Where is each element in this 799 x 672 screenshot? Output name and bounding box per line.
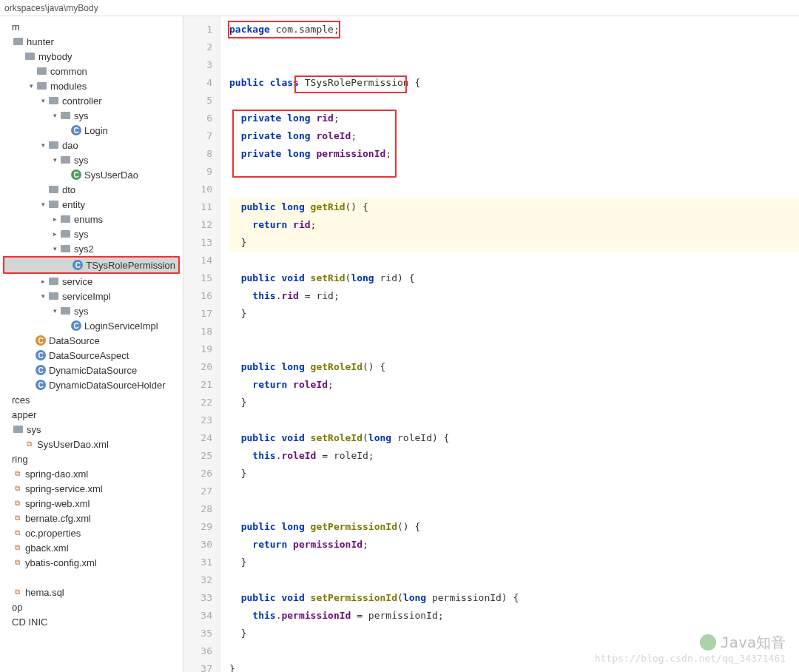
tree-item[interactable]: ⧉hema.sql (0, 585, 183, 599)
tree-item[interactable]: CD INIC (0, 614, 183, 629)
tree-item[interactable]: mybody (0, 49, 183, 64)
class-icon: C (71, 169, 81, 180)
code-line[interactable]: public void setRoleId(long roleId) { (229, 429, 799, 447)
tree-item[interactable]: ▾entity (0, 197, 183, 212)
code-line[interactable]: } (229, 394, 799, 411)
tree-item[interactable]: ⧉spring-dao.xml (0, 466, 183, 481)
code-line[interactable] (229, 38, 799, 56)
code-line[interactable] (229, 323, 799, 340)
tree-item[interactable]: ▾sys (0, 303, 183, 318)
tree-item[interactable]: CLogin (0, 123, 183, 138)
code-line[interactable] (229, 252, 799, 269)
tree-item[interactable]: ▾serviceImpl (0, 289, 183, 303)
tree-item[interactable]: CDynamicDataSource (0, 363, 183, 377)
tree-item[interactable]: common (0, 64, 183, 78)
code-line[interactable] (229, 500, 799, 518)
tree-item[interactable]: ⧉ybatis-config.xml (0, 555, 183, 570)
expand-arrow-icon[interactable]: ▾ (38, 292, 47, 300)
tree-item[interactable]: CTSysRolePermission (4, 258, 178, 272)
tree-item[interactable] (0, 570, 183, 585)
tree-item[interactable]: ▾sys2 (0, 241, 183, 256)
code-line[interactable] (229, 483, 799, 500)
tree-item[interactable]: CSysUserDao (0, 167, 183, 182)
code-line[interactable]: return roleId; (229, 376, 799, 394)
code-line[interactable]: } (229, 234, 799, 252)
code-line[interactable]: return rid; (229, 216, 799, 234)
tree-item[interactable]: ▾modules (0, 78, 183, 93)
project-tree[interactable]: mhuntermybodycommon▾modules▾controller▾s… (0, 16, 183, 672)
expand-arrow-icon[interactable]: ▾ (38, 97, 47, 104)
gutter-line-number: 18 (183, 323, 212, 340)
tree-item[interactable]: CLoginServiceImpl (0, 318, 183, 333)
expand-arrow-icon[interactable]: ▾ (50, 245, 59, 252)
tree-item[interactable]: dto (0, 182, 183, 197)
tree-item[interactable]: ▾sys (0, 152, 183, 167)
code-line[interactable]: } (229, 465, 799, 483)
tree-item[interactable]: sys (0, 422, 183, 437)
tree-item[interactable]: CDataSourceAspect (0, 348, 183, 363)
expand-arrow-icon[interactable]: ▾ (38, 201, 47, 208)
tree-item[interactable]: ▾dao (0, 138, 183, 152)
tree-item[interactable]: ▸service (0, 274, 183, 289)
tree-item[interactable]: ring (0, 451, 183, 466)
tree-item[interactable]: ⧉spring-web.xml (0, 496, 183, 511)
tree-item[interactable]: ▾sys (0, 108, 183, 123)
gutter-line-number: 15 (183, 269, 212, 287)
gutter-line-number: 35 (183, 625, 212, 642)
tree-item[interactable]: hunter (0, 34, 183, 49)
code-line[interactable]: private long permissionId; (229, 145, 799, 163)
gutter-line-number: 4 (183, 74, 212, 92)
tree-item[interactable]: rces (0, 392, 183, 407)
tree-item[interactable]: ⧉bernate.cfg.xml (0, 511, 183, 525)
tree-item[interactable]: op (0, 599, 183, 614)
expand-arrow-icon[interactable]: ▾ (50, 112, 59, 119)
code-line[interactable]: private long rid; (229, 110, 799, 127)
code-editor[interactable]: 1234567891011121314151617181920212223242… (183, 16, 799, 672)
code-line[interactable] (229, 340, 799, 358)
editor-code-area[interactable]: Java知音 https://blog.csdn.net/qq_34371461… (220, 16, 799, 672)
tree-item[interactable]: ⧉oc.properties (0, 525, 183, 540)
code-line[interactable] (229, 92, 799, 110)
tree-item[interactable]: ⧉SysUserDao.xml (0, 437, 183, 451)
code-line[interactable]: this.roleId = roleId; (229, 447, 799, 465)
code-line[interactable]: return permissionId; (229, 536, 799, 554)
code-line[interactable] (229, 571, 799, 589)
tree-item[interactable]: CDynamicDataSourceHolder (0, 377, 183, 392)
code-line[interactable]: public long getPermissionId() { (229, 518, 799, 536)
file-icon: ⧉ (12, 513, 22, 523)
expand-arrow-icon[interactable]: ▸ (50, 215, 59, 223)
code-line[interactable]: public void setPermissionId(long permiss… (229, 589, 799, 607)
expand-arrow-icon[interactable]: ▾ (38, 141, 47, 149)
code-line[interactable] (229, 181, 799, 198)
code-line[interactable]: public class TSysRolePermission { (229, 74, 799, 92)
tree-item[interactable]: ▸sys (0, 226, 183, 241)
expand-arrow-icon[interactable]: ▸ (50, 230, 59, 238)
expand-arrow-icon[interactable]: ▾ (50, 307, 59, 315)
code-line[interactable]: package com.sample; (229, 21, 799, 38)
tree-item[interactable]: m (0, 19, 183, 34)
expand-arrow-icon[interactable]: ▾ (27, 82, 36, 90)
tree-item[interactable]: ⧉spring-service.xml (0, 481, 183, 496)
tree-item[interactable]: ⧉gback.xml (0, 540, 183, 555)
code-line[interactable]: this.rid = rid; (229, 287, 799, 305)
tree-item[interactable]: ▸enums (0, 212, 183, 226)
gutter-line-number: 34 (183, 607, 212, 625)
code-line[interactable] (229, 411, 799, 429)
code-line[interactable]: public void setRid(long rid) { (229, 269, 799, 287)
code-line[interactable]: } (229, 660, 799, 672)
code-line[interactable]: } (229, 625, 799, 642)
code-line[interactable]: } (229, 554, 799, 571)
tree-item[interactable]: apper (0, 407, 183, 422)
tree-item[interactable]: ▾controller (0, 93, 183, 108)
expand-arrow-icon[interactable]: ▾ (50, 156, 59, 164)
code-line[interactable] (229, 163, 799, 181)
tree-item[interactable]: CDataSource (0, 333, 183, 348)
code-line[interactable]: public long getRid() { (229, 198, 799, 216)
code-line[interactable]: private long roleId; (229, 127, 799, 145)
expand-arrow-icon[interactable]: ▸ (38, 278, 47, 285)
code-line[interactable]: public long getRoleId() { (229, 358, 799, 376)
code-line[interactable]: } (229, 305, 799, 323)
code-line[interactable] (229, 56, 799, 74)
code-line[interactable]: this.permissionId = permissionId; (229, 607, 799, 625)
code-line[interactable] (229, 642, 799, 660)
